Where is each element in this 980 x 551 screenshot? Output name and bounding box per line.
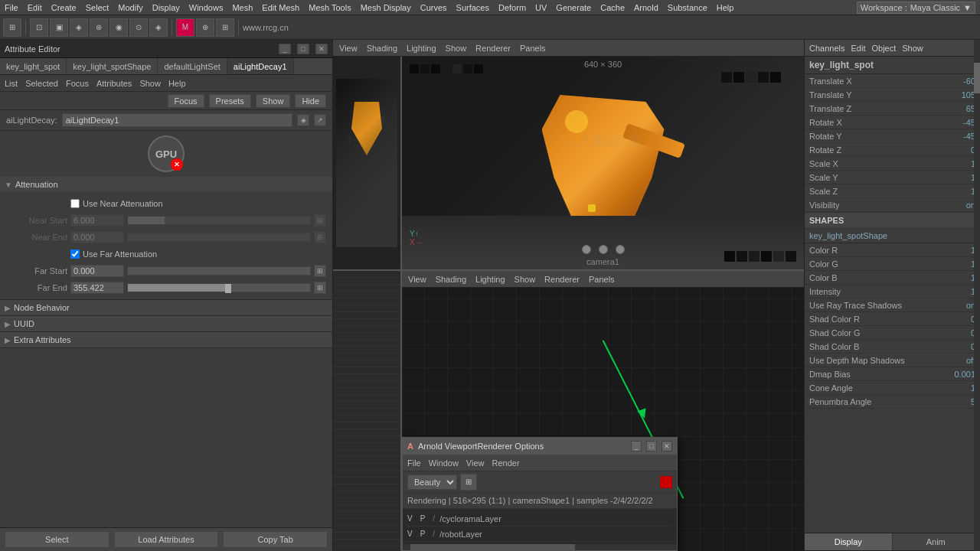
uuid-header[interactable]: ▶ UUID xyxy=(0,316,332,331)
far-end-input[interactable] xyxy=(70,282,124,294)
menu-arnold[interactable]: Arnold xyxy=(634,3,658,12)
bottom-vp-view[interactable]: View xyxy=(408,275,426,284)
channels-menu-show[interactable]: Show xyxy=(902,44,923,53)
far-end-expand-btn[interactable]: ⊞ xyxy=(314,282,326,294)
attr-menu-focus[interactable]: Focus xyxy=(66,79,89,88)
menu-deform[interactable]: Deform xyxy=(498,3,526,12)
arnold-h-scrollbar[interactable] xyxy=(403,544,677,550)
toolbar-icon-7[interactable]: ⊙ xyxy=(129,18,148,37)
use-near-attenuation-checkbox[interactable] xyxy=(70,199,80,208)
workspace-selector[interactable]: Workspace : Maya Classic ▼ xyxy=(857,2,975,14)
use-far-attenuation-checkbox[interactable] xyxy=(70,249,80,259)
toolbar-icon-5[interactable]: ⊛ xyxy=(90,18,108,37)
attr-node-input[interactable] xyxy=(62,113,292,127)
tab-key-light-spot-shape[interactable]: key_light_spotShape xyxy=(67,58,158,74)
layer-1-flag[interactable]: P xyxy=(420,514,426,523)
attr-editor-maximize-btn[interactable]: □ xyxy=(297,44,309,54)
attr-node-btn-2[interactable]: ↗ xyxy=(314,114,326,126)
arnold-render-mode-select[interactable]: Beauty xyxy=(407,474,457,490)
near-end-input[interactable] xyxy=(70,231,124,243)
far-end-slider[interactable] xyxy=(127,283,311,292)
menu-substance[interactable]: Substance xyxy=(668,3,707,12)
bottom-vp-show[interactable]: Show xyxy=(514,275,536,284)
extra-attributes-header[interactable]: ▶ Extra Attributes xyxy=(0,332,332,347)
vp-menu-lighting[interactable]: Lighting xyxy=(407,44,436,53)
bottom-vp-renderer[interactable]: Renderer xyxy=(544,275,580,284)
arnold-scrollbar-thumb[interactable] xyxy=(410,544,575,550)
arnold-menu-window[interactable]: Window xyxy=(429,458,459,468)
hide-button[interactable]: Hide xyxy=(295,94,326,108)
arnold-stop-btn[interactable] xyxy=(660,476,672,488)
menu-windows[interactable]: Windows xyxy=(189,3,224,12)
arnold-menu-render[interactable]: Render xyxy=(492,458,520,468)
menu-surfaces[interactable]: Surfaces xyxy=(456,3,489,12)
arnold-restore-btn[interactable]: □ xyxy=(646,441,657,452)
attr-menu-list[interactable]: List xyxy=(5,79,18,88)
far-start-slider[interactable] xyxy=(127,266,311,276)
tab-anim[interactable]: Anim xyxy=(893,533,981,550)
attr-node-btn-1[interactable]: ◈ xyxy=(297,114,309,126)
presets-button[interactable]: Presets xyxy=(209,94,251,108)
bottom-vp-shading[interactable]: Shading xyxy=(436,275,466,284)
near-end-expand-btn[interactable]: ⊞ xyxy=(314,231,326,243)
layer-2-checkbox[interactable]: V xyxy=(407,530,413,538)
arnold-minimize-btn[interactable]: _ xyxy=(631,441,642,452)
layer-1-checkbox[interactable]: V xyxy=(407,514,413,523)
channels-menu-edit[interactable]: Edit xyxy=(851,44,865,53)
layer-2-flag[interactable]: P xyxy=(420,530,426,538)
menu-mesh[interactable]: Mesh xyxy=(232,3,253,12)
right-panel-scrollbar-thumb[interactable] xyxy=(974,63,980,93)
toolbar-icon-8[interactable]: ◈ xyxy=(149,18,168,37)
menu-display[interactable]: Display xyxy=(152,3,180,12)
channels-menu-object[interactable]: Object xyxy=(871,44,896,53)
toolbar-icon-10[interactable]: ⊕ xyxy=(196,18,214,37)
attr-editor-close-btn[interactable]: ✕ xyxy=(315,44,328,54)
focus-button[interactable]: Focus xyxy=(168,94,204,108)
toolbar-icon-9[interactable]: M xyxy=(176,18,194,37)
menu-select[interactable]: Select xyxy=(86,3,109,12)
attenuation-section-header[interactable]: ▼ Attenuation xyxy=(0,177,332,192)
toolbar-icon-6[interactable]: ◉ xyxy=(109,18,128,37)
menu-help[interactable]: Help xyxy=(717,3,734,12)
toolbar-icon-1[interactable]: ⊞ xyxy=(3,18,21,37)
vp-menu-panels[interactable]: Panels xyxy=(520,44,546,53)
menu-cache[interactable]: Cache xyxy=(600,3,625,12)
attr-menu-attributes[interactable]: Attributes xyxy=(96,79,132,88)
channels-menu-channels[interactable]: Channels xyxy=(809,44,844,53)
menu-file[interactable]: File xyxy=(5,3,18,12)
attr-menu-show[interactable]: Show xyxy=(139,79,161,88)
menu-modify[interactable]: Modify xyxy=(118,3,142,12)
select-button[interactable]: Select xyxy=(5,531,109,548)
right-panel-scrollbar[interactable] xyxy=(974,40,980,551)
attr-menu-selected[interactable]: Selected xyxy=(25,79,58,88)
tab-display[interactable]: Display xyxy=(805,533,893,550)
menu-curves[interactable]: Curves xyxy=(420,3,447,12)
vp-menu-shading[interactable]: Shading xyxy=(367,44,397,53)
show-button[interactable]: Show xyxy=(256,94,291,108)
bottom-vp-panels[interactable]: Panels xyxy=(589,275,615,284)
tab-key-light-spot[interactable]: key_light_spot xyxy=(0,58,67,74)
menu-create[interactable]: Create xyxy=(51,3,77,12)
arnold-close-btn[interactable]: ✕ xyxy=(662,441,672,452)
top-viewport[interactable]: 人人素材社区 xyxy=(333,57,804,271)
menu-generate[interactable]: Generate xyxy=(556,3,591,12)
bottom-vp-lighting[interactable]: Lighting xyxy=(475,275,505,284)
menu-edit[interactable]: Edit xyxy=(28,3,42,12)
vp-menu-renderer[interactable]: Renderer xyxy=(475,44,511,53)
main-viewport-camera1[interactable]: 人人素材社区 640 × 360 camera1 Y↑ X→ xyxy=(402,57,804,269)
menu-uv[interactable]: UV xyxy=(535,3,547,12)
near-start-slider[interactable] xyxy=(127,216,311,225)
node-behavior-header[interactable]: ▶ Node Behavior xyxy=(0,300,332,315)
far-start-expand-btn[interactable]: ⊞ xyxy=(314,265,326,277)
near-start-input[interactable] xyxy=(70,214,124,227)
toolbar-icon-3[interactable]: ▣ xyxy=(50,18,68,37)
far-start-input[interactable] xyxy=(70,265,124,277)
menu-edit-mesh[interactable]: Edit Mesh xyxy=(262,3,299,12)
tab-default-light-set[interactable]: defaultLightSet xyxy=(158,58,227,74)
arnold-menu-file[interactable]: File xyxy=(407,458,421,468)
bottom-viewport[interactable]: View Shading Lighting Show Renderer Pane… xyxy=(402,271,804,551)
menu-mesh-tools[interactable]: Mesh Tools xyxy=(309,3,351,12)
vp-menu-view[interactable]: View xyxy=(339,44,358,53)
arnold-menu-view[interactable]: View xyxy=(466,458,485,468)
attr-editor-minimize-btn[interactable]: _ xyxy=(279,44,291,54)
